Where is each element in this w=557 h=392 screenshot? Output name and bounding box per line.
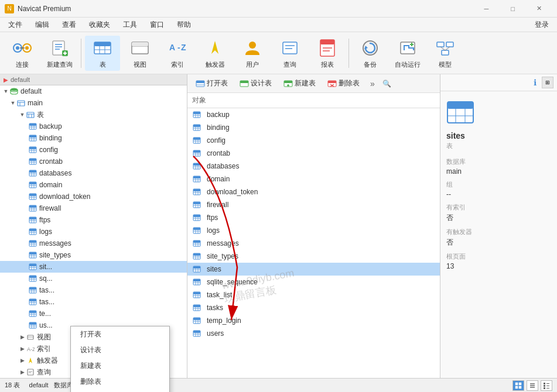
login-button[interactable]: 登录 [529,18,555,32]
table-icon [28,180,37,190]
menu-help[interactable]: 帮助 [171,18,197,32]
table-row-sqlite-sequence[interactable]: sqlite_sequence [187,276,440,288]
tree-arrow: ▶ [19,346,26,352]
title-bar: N Navicat Premium ─ □ ✕ [0,0,557,18]
right-info-key: 数据库 [446,157,551,166]
ctx-truncate-table[interactable]: 清空表 [71,390,169,392]
tree-item-main[interactable]: ▼ main [0,97,187,109]
query-folder-icon [26,367,35,377]
tree-item-backup[interactable]: backup [0,121,187,132]
tree-item-firewall[interactable]: firewall [0,202,187,214]
ctx-design-table[interactable]: 设计表 [71,342,169,358]
table-row-temp-login[interactable]: temp_login [187,314,440,327]
table-row-firewall[interactable]: firewall [187,198,440,211]
center-panel-title: 对象 [187,93,440,108]
tool-user[interactable]: 用户 [235,36,270,71]
tool-report[interactable]: 报表 [310,36,345,71]
tree-item-logs[interactable]: logs [0,226,187,238]
table-row-databases[interactable]: databases [187,160,440,173]
menu-favorites[interactable]: 收藏夹 [83,18,116,32]
tree-item-ftps[interactable]: ftps [0,214,187,226]
tree-item-messages[interactable]: messages [0,238,187,249]
new-table-btn[interactable]: 新建表 [279,77,320,90]
tree-item-domain[interactable]: domain [0,179,187,191]
menu-view[interactable]: 查看 [56,18,82,32]
table-row-download-token[interactable]: download_token [187,185,440,198]
tree-item-crontab[interactable]: crontab [0,156,187,167]
table-icon [28,297,37,307]
table-row-label: ftps [207,214,218,222]
table-row-tasks[interactable]: tasks [187,301,440,314]
menu-file[interactable]: 文件 [2,18,28,32]
tool-trigger[interactable]: 触发器 [197,36,233,71]
tree-item-sq[interactable]: sq... [0,273,187,284]
grid-view-button[interactable] [512,380,524,391]
tree-item-sites[interactable]: sit... [0,261,187,273]
ctx-open-table[interactable]: 打开表 [71,326,169,342]
ctx-new-table[interactable]: 新建表 [71,358,169,374]
search-button[interactable]: 🔍 [381,78,392,90]
tree-item-task1[interactable]: tas... [0,284,187,296]
table-icon [28,262,37,271]
menu-edit[interactable]: 编辑 [29,18,55,32]
list-view-button[interactable] [527,380,538,391]
tool-connect[interactable]: 连接 [5,36,40,71]
tree-item-download-token[interactable]: download_token [0,191,187,202]
design-table-label: 设计表 [251,78,272,88]
table-list[interactable]: backup binding config crontab databases … [187,108,440,378]
svg-rect-152 [240,81,248,83]
table-row-sites[interactable]: sites [187,263,440,276]
newquery-icon [49,37,70,59]
table-row-site-types[interactable]: site_types [187,250,440,263]
tree-item-default[interactable]: ▼ default [0,85,187,97]
table-row-logs[interactable]: logs [187,224,440,237]
tool-query[interactable]: 查询 [272,36,307,71]
tool-table[interactable]: 表 [85,36,120,71]
design-table-btn[interactable]: 设计表 [235,77,276,90]
table-row-binding[interactable]: binding [187,121,440,134]
db-icon [9,87,19,96]
tree-item-task2[interactable]: tas... [0,296,187,308]
ctx-delete-table[interactable]: 删除表 [71,374,169,390]
menu-window[interactable]: 窗口 [144,18,170,32]
svg-rect-167 [193,125,200,127]
table-row-label: task_list [207,291,232,299]
svg-rect-260 [519,386,521,388]
table-row-ftps[interactable]: ftps [187,211,440,224]
toolbar: 连接 新建查询 表 视图 A-Z 索引 触发器 [0,32,557,74]
table-row-config[interactable]: config [187,134,440,147]
tree-item-temp[interactable]: te... [0,308,187,319]
tree-item-tables-folder[interactable]: ▼ 表 [0,109,187,121]
tree-item-config[interactable]: config [0,144,187,156]
close-button[interactable]: ✕ [526,0,552,18]
detail-view-button[interactable] [541,380,552,391]
table-icon [192,200,201,209]
tool-index[interactable]: A-Z 索引 [160,36,195,71]
table-row-label: config [207,136,225,145]
tree-item-binding[interactable]: binding [0,132,187,144]
tool-view[interactable]: 视图 [122,36,158,71]
table-row-domain[interactable]: domain [187,173,440,185]
table-row-messages[interactable]: messages [187,237,440,250]
tool-model[interactable]: 模型 [428,36,463,71]
right-info-subtitle: 表 [446,142,551,150]
tree-item-site-types[interactable]: site_types [0,249,187,261]
table-row-backup[interactable]: backup [187,108,440,121]
delete-table-btn[interactable]: 删除表 [323,77,364,90]
menu-tools[interactable]: 工具 [117,18,143,32]
info-icon[interactable]: ℹ [530,78,539,87]
open-table-btn[interactable]: 打开表 [191,77,233,90]
grid-view-btn[interactable]: ⊞ [542,77,553,88]
tool-newquery[interactable]: 新建查询 [42,36,77,71]
tool-backup[interactable]: 备份 [353,36,388,71]
table-row-crontab[interactable]: crontab [187,147,440,160]
tree-item-databases[interactable]: databases [0,167,187,179]
table-row-users[interactable]: users [187,327,440,340]
ctx-new-label: 新建表 [80,361,101,371]
table-row-task-list[interactable]: task_list [187,288,440,301]
right-table-icon [446,98,474,126]
tool-autorun[interactable]: 自动运行 [390,36,425,71]
maximize-button[interactable]: □ [500,0,526,18]
minimize-button[interactable]: ─ [473,0,500,18]
more-button[interactable]: » [367,78,378,90]
